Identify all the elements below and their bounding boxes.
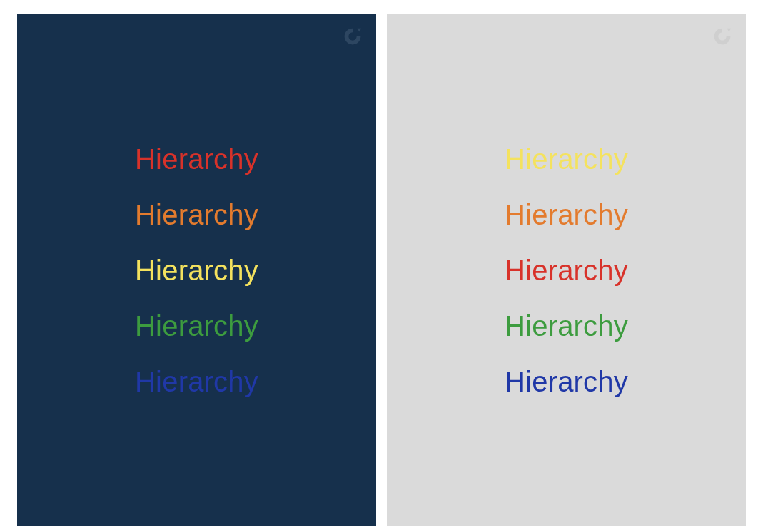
hierarchy-word: Hierarchy xyxy=(505,312,628,340)
hierarchy-word: Hierarchy xyxy=(505,145,628,173)
svg-marker-1 xyxy=(727,29,732,32)
hierarchy-word: Hierarchy xyxy=(135,312,258,340)
hierarchy-word: Hierarchy xyxy=(135,256,258,285)
hierarchy-word: Hierarchy xyxy=(135,367,258,396)
hierarchy-word: Hierarchy xyxy=(505,256,628,285)
hierarchy-word: Hierarchy xyxy=(505,200,628,229)
g2-logo-icon xyxy=(343,27,362,46)
panel-light: Hierarchy Hierarchy Hierarchy Hierarchy … xyxy=(387,14,746,526)
hierarchy-word: Hierarchy xyxy=(505,367,628,396)
g2-logo-icon xyxy=(713,27,732,46)
panel-dark: Hierarchy Hierarchy Hierarchy Hierarchy … xyxy=(17,14,376,526)
hierarchy-word: Hierarchy xyxy=(135,145,258,173)
diagram-stage: Hierarchy Hierarchy Hierarchy Hierarchy … xyxy=(0,0,763,532)
hierarchy-word: Hierarchy xyxy=(135,200,258,229)
svg-marker-0 xyxy=(358,29,362,32)
